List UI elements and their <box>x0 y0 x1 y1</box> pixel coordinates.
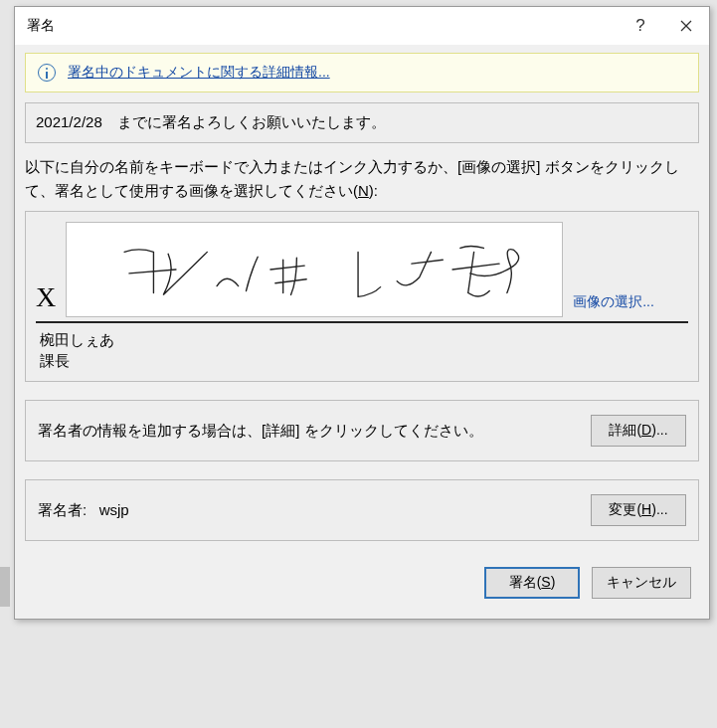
signature-canvas[interactable] <box>66 222 563 317</box>
info-icon <box>38 64 56 82</box>
instructions-text: 以下に自分の名前をキーボードで入力またはインク入力するか、[画像の選択] ボタン… <box>25 155 699 203</box>
signer-text: 署名者: wsjp <box>38 501 579 520</box>
change-signer-button[interactable]: 変更(H)... <box>591 494 686 526</box>
background-edge <box>0 567 10 607</box>
signature-dialog: 署名 ? 署名中のドキュメントに関する詳細情報... 2021/2/28 までに… <box>14 6 710 620</box>
dialog-footer: 署名(S) キャンセル <box>15 541 709 619</box>
deadline-text: 2021/2/28 までに署名よろしくお願いいたします。 <box>36 113 386 130</box>
handwriting-icon <box>67 223 562 316</box>
signer-label: 署名者: <box>38 501 87 518</box>
signature-x-mark: X <box>36 281 56 317</box>
cancel-button[interactable]: キャンセル <box>592 567 691 599</box>
signature-panel: X 画像の選択... 椀田しぇあ 課長 <box>25 211 699 382</box>
dialog-title: 署名 <box>27 17 618 35</box>
details-text: 署名者の情報を追加する場合は、[詳細] をクリックしてください。 <box>38 422 579 441</box>
more-info-link[interactable]: 署名中のドキュメントに関する詳細情報... <box>68 64 330 82</box>
signature-line: X 画像の選択... <box>36 222 688 317</box>
sign-button[interactable]: 署名(S) <box>484 567 580 599</box>
titlebar: 署名 ? <box>15 7 709 45</box>
close-icon <box>680 20 692 32</box>
deadline-note: 2021/2/28 までに署名よろしくお願いいたします。 <box>25 102 699 143</box>
signer-row: 署名者: wsjp 変更(H)... <box>25 479 699 541</box>
info-bar: 署名中のドキュメントに関する詳細情報... <box>25 53 699 92</box>
signature-underline <box>36 321 688 323</box>
signer-value: wsjp <box>99 501 129 518</box>
signer-printed-name: 椀田しぇあ <box>40 331 688 350</box>
close-button[interactable] <box>663 7 709 45</box>
select-image-link[interactable]: 画像の選択... <box>573 293 654 317</box>
signer-job-title: 課長 <box>40 352 688 371</box>
details-button[interactable]: 詳細(D)... <box>591 415 686 447</box>
details-row: 署名者の情報を追加する場合は、[詳細] をクリックしてください。 詳細(D)..… <box>25 400 699 461</box>
help-button[interactable]: ? <box>618 7 663 45</box>
